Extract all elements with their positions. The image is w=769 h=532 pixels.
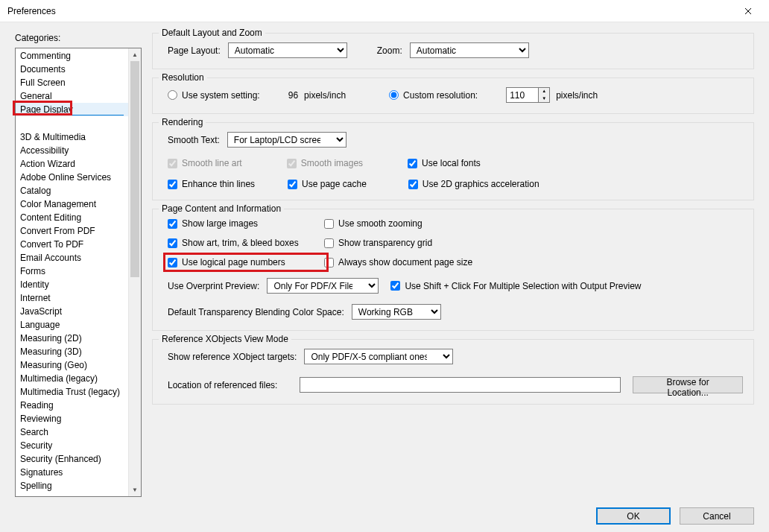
radio-custom[interactable]: Custom resolution: — [389, 90, 478, 101]
list-item[interactable]: Measuring (3D) — [16, 345, 128, 358]
system-res-unit: pixels/inch — [304, 90, 346, 101]
list-item[interactable]: Language — [16, 318, 128, 332]
list-item[interactable]: JavaScript — [16, 305, 128, 318]
list-item[interactable]: Security — [16, 439, 128, 452]
overprint-select[interactable]: Only For PDF/X Files — [267, 278, 379, 294]
cb-page-cache[interactable]: Use page cache — [288, 179, 367, 189]
list-item[interactable]: Accessibility — [16, 144, 128, 157]
close-icon[interactable] — [733, 0, 763, 22]
scrollbar[interactable]: ▲ ▼ — [128, 48, 141, 496]
system-res-value: 96 — [288, 90, 298, 101]
blend-select[interactable]: Working RGB — [352, 304, 441, 320]
list-item[interactable]: Search — [16, 425, 128, 439]
cb-use-shift[interactable]: Use Shift + Click For Multiple Selection… — [390, 281, 641, 291]
custom-res-spinner[interactable]: ▲▼ — [506, 87, 550, 103]
list-item[interactable]: Convert From PDF — [16, 224, 128, 238]
cancel-button[interactable]: Cancel — [680, 507, 754, 525]
list-item[interactable]: Measuring (2D) — [16, 332, 128, 345]
list-item[interactable]: Color Management — [16, 197, 128, 211]
smooth-text-label: Smooth Text: — [168, 135, 220, 145]
list-item[interactable]: Signatures — [16, 466, 128, 479]
dialog-footer: OK Cancel — [15, 497, 754, 525]
list-item[interactable]: Commenting — [16, 49, 128, 63]
settings-pane: Default Layout and Zoom Page Layout: Aut… — [152, 33, 754, 497]
group-xobj: Reference XObjects View Mode Show refere… — [152, 339, 754, 405]
cb-always-size[interactable]: Always show document page size — [324, 257, 743, 267]
group-resolution: Resolution Use system setting: 96 pixels… — [152, 77, 754, 114]
cb-enhance-thin[interactable]: Enhance thin lines — [168, 179, 255, 189]
page-layout-select[interactable]: Automatic — [228, 42, 347, 58]
page-layout-label: Page Layout: — [168, 45, 221, 56]
cb-smooth-images: Smooth images — [287, 158, 363, 168]
cb-2d-accel[interactable]: Use 2D graphics acceleration — [408, 179, 539, 189]
overprint-label: Use Overprint Preview: — [168, 281, 259, 291]
list-item[interactable]: Security (Enhanced) — [16, 452, 128, 466]
radio-system[interactable]: Use system setting: — [168, 90, 260, 101]
group-rendering: Rendering Smooth Text: For Laptop/LCD sc… — [152, 122, 754, 200]
xobj-show-label: Show reference XObject targets: — [168, 352, 297, 362]
custom-res-input[interactable] — [506, 87, 539, 103]
list-item[interactable]: Spelling — [16, 479, 128, 493]
spin-up-icon[interactable]: ▲ — [539, 88, 549, 95]
list-item[interactable]: Catalog — [16, 184, 128, 197]
xobj-loc-label: Location of referenced files: — [168, 380, 292, 390]
scroll-down-icon[interactable]: ▼ — [129, 484, 141, 496]
dialog-content: Categories: CommentingDocumentsFull Scre… — [0, 22, 769, 532]
group-title: Page Content and Information — [159, 203, 284, 214]
group-title: Rendering — [159, 117, 206, 127]
list-item[interactable]: Multimedia Trust (legacy) — [16, 385, 128, 399]
categories-sidebar: Categories: CommentingDocumentsFull Scre… — [15, 33, 142, 497]
cb-logical-pages[interactable]: Use logical page numbers — [168, 257, 324, 267]
ok-button[interactable]: OK — [596, 507, 671, 525]
scroll-thumb[interactable] — [130, 61, 139, 277]
cb-local-fonts[interactable]: Use local fonts — [408, 158, 481, 168]
cb-trans-grid[interactable]: Show transparency grid — [324, 238, 743, 248]
group-title: Default Layout and Zoom — [159, 28, 265, 38]
list-item[interactable]: Multimedia (legacy) — [16, 372, 128, 385]
zoom-label: Zoom: — [377, 45, 402, 56]
group-layout: Default Layout and Zoom Page Layout: Aut… — [152, 33, 754, 69]
list-item[interactable]: Email Accounts — [16, 251, 128, 265]
group-title: Reference XObjects View Mode — [159, 334, 291, 344]
cb-show-art[interactable]: Show art, trim, & bleed boxes — [168, 238, 324, 248]
categories-label: Categories: — [15, 33, 142, 43]
group-content: Page Content and Information Show large … — [152, 209, 754, 331]
zoom-select[interactable]: Automatic — [410, 42, 529, 58]
window-title: Preferences — [7, 6, 56, 16]
titlebar: Preferences — [0, 0, 769, 22]
list-item[interactable]: Identity — [16, 278, 128, 291]
smooth-text-select[interactable]: For Laptop/LCD screens — [227, 132, 346, 148]
list-item[interactable]: Reading — [16, 399, 128, 412]
xobj-loc-input[interactable] — [300, 377, 621, 393]
list-item[interactable]: General — [16, 89, 128, 103]
categories-listbox[interactable]: CommentingDocumentsFull ScreenGeneralPag… — [15, 48, 142, 497]
blend-label: Default Transparency Blending Color Spac… — [168, 307, 344, 317]
list-item[interactable]: 3D & Multimedia — [16, 130, 128, 144]
cb-show-large[interactable]: Show large images — [168, 218, 324, 229]
list-item[interactable]: Convert To PDF — [16, 238, 128, 251]
group-title: Resolution — [159, 72, 207, 83]
browse-button[interactable]: Browse for Location... — [633, 376, 743, 393]
list-item[interactable]: Full Screen — [16, 76, 128, 89]
cb-smooth-zoom[interactable]: Use smooth zooming — [324, 218, 743, 229]
xobj-show-select[interactable]: Only PDF/X-5 compliant ones — [304, 349, 453, 364]
custom-res-unit: pixels/inch — [556, 90, 598, 101]
list-item[interactable]: Content Editing — [16, 211, 128, 224]
list-item[interactable]: Adobe Online Services — [16, 171, 128, 184]
list-item[interactable]: Internet — [16, 291, 128, 305]
scroll-up-icon[interactable]: ▲ — [129, 48, 141, 61]
list-item[interactable]: Documents — [16, 63, 128, 76]
cb-smooth-line: Smooth line art — [168, 158, 242, 168]
list-item[interactable]: Reviewing — [16, 412, 128, 425]
list-item[interactable]: Measuring (Geo) — [16, 358, 128, 372]
spin-down-icon[interactable]: ▼ — [539, 95, 549, 103]
list-item[interactable]: Forms — [16, 265, 128, 278]
list-item[interactable]: Action Wizard — [16, 157, 128, 171]
